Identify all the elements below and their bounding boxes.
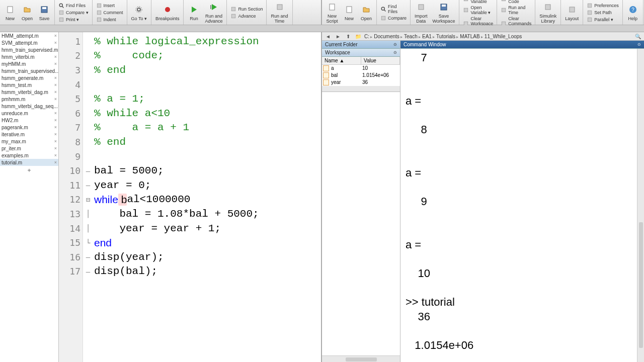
ws-col-name[interactable]: Name ▲ — [322, 57, 361, 64]
close-icon[interactable]: × — [54, 97, 57, 102]
file-tab[interactable]: hsmm_viterbi_dag_seq...× — [0, 103, 58, 110]
ribbon-new-script-button[interactable]: NewScript — [324, 0, 340, 25]
ribbon-set-path-button[interactable]: Set Path — [585, 9, 620, 16]
nav-back-icon[interactable]: ◄ — [324, 32, 332, 40]
breadcrumb-segment[interactable]: Documents — [374, 34, 403, 39]
svg-rect-34 — [588, 11, 592, 15]
search-icon[interactable]: 🔍 — [634, 32, 642, 40]
file-tab[interactable]: tutorial.m× — [0, 159, 58, 166]
ribbon-save-button[interactable]: Save — [36, 3, 52, 23]
file-tab[interactable]: pr_iter.m× — [0, 145, 58, 152]
workspace-variable-row[interactable]: year36 — [322, 79, 400, 86]
file-tab[interactable]: unreduce.m× — [0, 110, 58, 117]
ribbon-new-variable-button[interactable]: New Variable — [461, 0, 495, 5]
nav-fwd-icon[interactable]: ► — [334, 32, 342, 40]
close-icon[interactable]: × — [54, 153, 57, 158]
folder-icon[interactable]: 📁 — [354, 32, 362, 40]
file-tab[interactable]: hmm_viterbi.m× — [0, 53, 58, 60]
file-tab[interactable]: HMM_attempt.m× — [0, 32, 58, 39]
workspace-panel-title[interactable]: Workspace⊙ — [322, 49, 400, 57]
close-icon[interactable]: × — [54, 89, 57, 95]
file-tab[interactable]: pagerank.m× — [0, 124, 58, 131]
ribbon-import-data-button[interactable]: ImportData — [413, 0, 430, 25]
add-file-tab[interactable]: + — [0, 166, 58, 175]
play2-icon — [208, 1, 220, 13]
ribbon-run-and-time-button[interactable]: Run andTime — [269, 0, 290, 25]
ribbon-run-section-button[interactable]: Run Section — [229, 6, 264, 13]
ribbon-indent-button[interactable]: Indent — [95, 16, 125, 23]
ribbon-help-button[interactable]: ?Help — [625, 3, 641, 23]
file-tab[interactable]: hmm_train_supervised.m× — [0, 46, 58, 53]
breadcrumb-segment[interactable]: EA1 — [422, 34, 435, 39]
close-icon[interactable]: × — [54, 132, 57, 137]
ribbon-run-and-advance-button[interactable]: Run andAdvance — [203, 0, 224, 25]
ribbon-preferences-button[interactable]: Preferences — [585, 2, 620, 9]
close-icon[interactable]: × — [54, 82, 57, 87]
svg-rect-8 — [97, 11, 101, 15]
ribbon-run-button[interactable]: Run — [186, 3, 202, 23]
nav-up-icon[interactable]: ⬆ — [344, 32, 352, 40]
close-icon[interactable]: × — [54, 40, 57, 45]
ws-col-value[interactable]: Value — [361, 57, 400, 64]
ribbon-compare-button[interactable]: Compare — [379, 15, 408, 22]
file-tab[interactable]: my_max.m× — [0, 138, 58, 145]
breadcrumb-segment[interactable]: C: — [364, 34, 372, 39]
file-tab[interactable]: hsmm_viterbi_dag.m× — [0, 88, 58, 96]
ribbon-compare--button[interactable]: Compare ▾ — [57, 9, 90, 16]
ribbon-find-files-button[interactable]: Find Files — [57, 2, 90, 9]
file-tab[interactable]: hsmm_train_supervised...× — [0, 67, 58, 74]
breadcrumb-segment[interactable]: MATLAB — [460, 34, 483, 39]
ribbon-analyze-code-button[interactable]: Analyze Code — [499, 0, 533, 5]
ribbon-open-variable--button[interactable]: Open Variable ▾ — [461, 5, 495, 16]
close-icon[interactable]: × — [54, 160, 57, 165]
close-icon[interactable]: × — [54, 54, 57, 59]
command-window[interactable]: 7 a = 8 a = 9 a = 10 >> tutorial 36 1.01… — [400, 49, 637, 362]
workspace-variable-row[interactable]: a10 — [322, 65, 400, 72]
file-tab[interactable]: iterative.m× — [0, 131, 58, 138]
ribbon-layout-button[interactable]: Layout — [563, 3, 581, 23]
code-editor[interactable]: 1234567891011121314151617 ––⊟││└–– % whi… — [59, 32, 321, 362]
current-folder-panel-title[interactable]: Current Folder⊙ — [322, 41, 400, 49]
ribbon-comment-button[interactable]: Comment — [95, 9, 125, 16]
close-icon[interactable]: × — [54, 61, 57, 66]
ribbon-breakpoints-button[interactable]: Breakpoints — [153, 3, 182, 23]
ribbon-save-workspace-button[interactable]: SaveWorkspace — [431, 0, 457, 25]
ribbon-new-button[interactable]: New — [2, 3, 18, 23]
file-tab[interactable]: HW2.m× — [0, 117, 58, 124]
breadcrumb-segment[interactable]: Teach — [404, 34, 421, 39]
ribbon-advance-button[interactable]: Advance — [229, 13, 264, 20]
ribbon-open-button[interactable]: Open — [358, 3, 374, 23]
file-tab[interactable]: examples.m× — [0, 152, 58, 159]
ribbon-run-and-time-button[interactable]: Run and Time — [499, 5, 533, 16]
ribbon-find-files-button[interactable]: Find Files — [379, 4, 408, 15]
close-icon[interactable]: × — [54, 75, 57, 80]
workspace-variable-row[interactable]: bal1.0154e+06 — [322, 72, 400, 79]
vertical-scrollbar[interactable] — [637, 49, 644, 362]
file-tab[interactable]: myHMM.m× — [0, 60, 58, 67]
breadcrumb-segment[interactable]: Tutorials — [436, 34, 458, 39]
horizontal-scrollbar[interactable] — [322, 355, 400, 362]
close-icon[interactable]: × — [54, 111, 57, 116]
breadcrumb[interactable]: C:DocumentsTeachEA1TutorialsMATLAB11_Whi… — [364, 34, 522, 39]
breadcrumb-segment[interactable]: 11_While_Loops — [485, 34, 522, 39]
close-icon[interactable]: × — [54, 118, 57, 123]
file-tab[interactable]: hsmm_generate.m× — [0, 74, 58, 81]
ribbon-open-button[interactable]: Open — [19, 3, 35, 23]
ribbon-simulink-library-button[interactable]: SimulinkLibrary — [537, 0, 558, 25]
svg-point-10 — [137, 8, 140, 11]
file-tab[interactable]: SVM_attempt.m× — [0, 39, 58, 46]
ribbon-go-to--button[interactable]: Go To ▾ — [129, 3, 149, 23]
ribbon-parallel--button[interactable]: Parallel ▾ — [585, 16, 620, 23]
current-folder-body[interactable] — [322, 92, 400, 355]
close-icon[interactable]: × — [54, 125, 57, 130]
file-tab[interactable]: hsmm_test.m× — [0, 81, 58, 88]
command-window-title[interactable]: Command Window⊙ — [400, 41, 644, 49]
address-bar[interactable]: ◄ ► ⬆ 📁 C:DocumentsTeachEA1TutorialsMATL… — [322, 32, 644, 41]
close-icon[interactable]: × — [54, 33, 57, 38]
file-tab[interactable]: pmhmm.m× — [0, 96, 58, 103]
ribbon-insert-button[interactable]: Insert — [95, 2, 125, 9]
close-icon[interactable]: × — [54, 139, 57, 144]
ribbon-print--button[interactable]: Print ▾ — [57, 16, 90, 23]
ribbon-new-button[interactable]: New — [341, 3, 357, 23]
close-icon[interactable]: × — [54, 146, 57, 151]
